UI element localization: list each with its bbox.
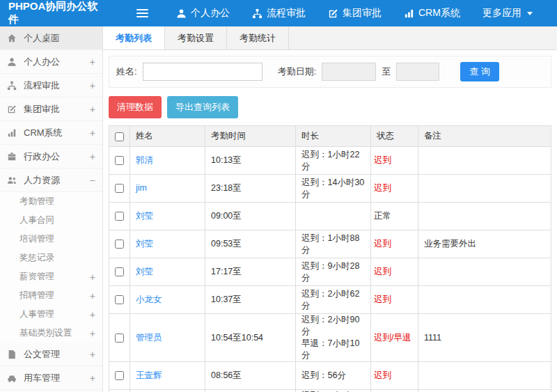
tab-bar: 考勤列表 考勤设置 考勤统计 xyxy=(103,26,557,50)
sidebar-item-label: 奖惩记录 xyxy=(19,252,95,264)
menu-toggle-icon[interactable] xyxy=(136,7,148,19)
sidebar-item-personal-office[interactable]: 个人办公 + xyxy=(0,50,102,74)
nav-group-approval[interactable]: 集团审批 xyxy=(328,7,382,19)
attendance-table-wrap: 姓名 考勤时间 时长 状态 备注 郭清 10:13至 迟到：1小时22分 xyxy=(109,125,551,392)
status-badge: 迟到 xyxy=(371,258,418,286)
sidebar-subitem-recruitment[interactable]: 招聘管理 + xyxy=(0,286,102,305)
search-button[interactable]: 查 询 xyxy=(460,62,499,81)
expand-icon[interactable]: + xyxy=(87,373,95,384)
row-checkbox[interactable] xyxy=(115,371,124,380)
sidebar-item-label: 人事管理 xyxy=(19,308,87,320)
row-checkbox[interactable] xyxy=(115,212,124,221)
nav-workflow-approval[interactable]: 流程审批 xyxy=(252,7,306,19)
sidebar-item-crm[interactable]: CRM系统 + xyxy=(0,121,102,145)
row-checkbox[interactable] xyxy=(115,295,124,304)
action-toolbar: 清理数据 导出查询列表 xyxy=(109,96,551,118)
sidebar-item-documents[interactable]: 公文管理 + xyxy=(0,343,102,366)
expand-icon[interactable]: + xyxy=(87,127,95,139)
expand-icon[interactable]: + xyxy=(87,104,95,115)
sidebar-item-vehicle[interactable]: 用车管理 + xyxy=(0,366,102,390)
employee-name-link[interactable]: jim xyxy=(136,183,147,193)
attendance-time: 10:54至10:54 xyxy=(205,314,296,362)
date-to-input[interactable] xyxy=(396,63,439,81)
row-checkbox[interactable] xyxy=(115,267,124,276)
row-checkbox[interactable] xyxy=(115,240,124,249)
date-from-input[interactable] xyxy=(322,63,376,81)
expand-icon[interactable]: + xyxy=(87,349,95,360)
sidebar-item-admin-office[interactable]: 行政办公 + xyxy=(0,145,102,168)
car-icon xyxy=(7,373,18,383)
duration: 迟到：56分 xyxy=(296,362,371,390)
note xyxy=(418,203,551,230)
status-badge: 迟到/早退 xyxy=(371,314,418,362)
sidebar-item-label: 人事合同 xyxy=(19,214,95,226)
table-header-row: 姓名 考勤时间 时长 状态 备注 xyxy=(109,126,551,147)
name-input[interactable] xyxy=(143,63,262,81)
employee-name-link[interactable]: 郭清 xyxy=(136,155,153,165)
duration: 迟到：2小时90分 早退：7小时10分 xyxy=(296,314,371,362)
sidebar-item-label: 个人桌面 xyxy=(24,32,95,45)
sidebar-item-label: 个人办公 xyxy=(24,56,87,68)
attendance-time: 09:00至 xyxy=(205,203,296,230)
expand-icon[interactable]: + xyxy=(87,272,95,283)
note xyxy=(418,362,551,390)
row-checkbox[interactable] xyxy=(115,334,124,343)
sidebar-item-label: 流程审批 xyxy=(24,79,87,92)
attendance-time: 09:53至 xyxy=(205,230,296,258)
expand-icon[interactable]: + xyxy=(87,290,95,301)
sidebar-item-workflow-approval[interactable]: 流程审批 + xyxy=(0,74,102,97)
sidebar-subitem-rewards[interactable]: 奖惩记录 xyxy=(0,249,102,267)
employee-name-link[interactable]: 管理员 xyxy=(136,333,162,343)
employee-name-link[interactable]: 王壹辉 xyxy=(136,370,162,380)
duration: 迟到：1小时88分 xyxy=(296,230,371,258)
clean-data-button[interactable]: 清理数据 xyxy=(109,96,162,118)
expand-icon[interactable]: + xyxy=(87,328,95,339)
sidebar-item-label: 考勤管理 xyxy=(19,196,95,207)
nav-crm[interactable]: CRM系统 xyxy=(404,7,460,19)
employee-name-link[interactable]: 刘莹 xyxy=(136,239,153,249)
table-row: 管理员 10:54至10:54 迟到：2小时90分 早退：7小时10分 迟到/早… xyxy=(109,314,551,362)
sidebar-subitem-base-category[interactable]: 基础类别设置 + xyxy=(0,324,102,343)
sidebar-subitem-contract[interactable]: 人事合同 xyxy=(0,211,102,230)
table-row: 王壹辉 08:56至 迟到：56分 迟到 xyxy=(109,362,551,390)
sidebar-item-hr[interactable]: 人力资源 − xyxy=(0,168,102,192)
duration: 迟到：2小时62分 xyxy=(296,286,371,314)
sidebar-item-group-approval[interactable]: 集团审批 + xyxy=(0,97,102,121)
sidebar-subitem-attendance[interactable]: 考勤管理 xyxy=(0,192,102,211)
expand-icon[interactable]: + xyxy=(87,151,95,162)
expand-icon[interactable]: + xyxy=(87,80,95,91)
nav-more-apps[interactable]: 更多应用 xyxy=(483,7,533,19)
attendance-time: 10:37至 xyxy=(205,286,296,314)
sidebar-subitem-training[interactable]: 培训管理 xyxy=(0,230,102,249)
expand-icon[interactable]: + xyxy=(87,56,95,68)
sidebar-subitem-salary[interactable]: 薪资管理 + xyxy=(0,267,102,286)
expand-icon[interactable]: + xyxy=(87,309,95,320)
tab-attendance-stats[interactable]: 考勤统计 xyxy=(227,26,289,49)
employee-name-link[interactable]: 刘莹 xyxy=(136,211,153,221)
duration: 迟到：1小时22分 xyxy=(296,147,371,175)
select-all-checkbox[interactable] xyxy=(115,132,124,141)
note: 1111 xyxy=(418,314,551,362)
export-list-button[interactable]: 导出查询列表 xyxy=(167,96,238,118)
duration: 迟到：9小时28分 xyxy=(296,258,371,286)
users-icon xyxy=(7,175,18,185)
app-window: PHPOA协同办公软件 个人办公 流程审批 集团审批 xyxy=(0,0,557,392)
row-checkbox[interactable] xyxy=(115,184,124,193)
table-row: 郭清 10:13至 迟到：1小时22分 迟到 xyxy=(109,147,551,175)
tab-attendance-list[interactable]: 考勤列表 xyxy=(103,26,165,49)
user-icon xyxy=(176,8,187,19)
nav-label: 更多应用 xyxy=(483,7,521,19)
filter-bar: 姓名: 考勤日期: 至 查 询 xyxy=(109,56,551,88)
sidebar-item-label: 招聘管理 xyxy=(19,290,87,301)
row-checkbox[interactable] xyxy=(115,156,124,165)
employee-name-link[interactable]: 刘莹 xyxy=(136,267,153,276)
collapse-icon[interactable]: − xyxy=(87,175,95,186)
attendance-time: 23:18至 xyxy=(205,175,296,203)
chart-icon xyxy=(404,8,414,19)
nav-personal-office[interactable]: 个人办公 xyxy=(176,7,230,19)
tab-attendance-settings[interactable]: 考勤设置 xyxy=(165,26,227,49)
table-row: 黄蓉 13:20至13:20 迟到：5小时33分 早退：4小时67分 迟到/早退 xyxy=(109,390,551,392)
sidebar-subitem-personnel[interactable]: 人事管理 + xyxy=(0,305,102,324)
sidebar-item-desktop[interactable]: 个人桌面 xyxy=(0,26,102,50)
employee-name-link[interactable]: 小龙女 xyxy=(136,295,162,304)
